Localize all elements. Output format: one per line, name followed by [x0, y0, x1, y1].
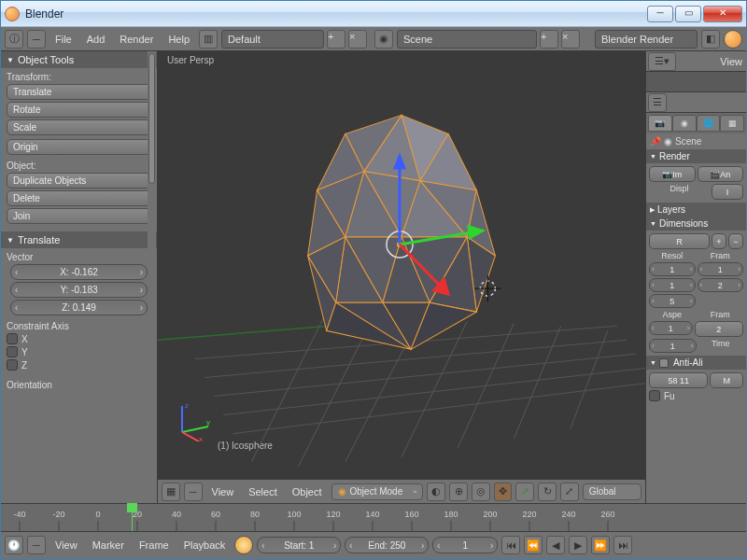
outliner-editor-icon[interactable]: ☰▾ [648, 52, 676, 71]
res-y-field[interactable]: 1 [649, 278, 696, 292]
svg-text:z: z [185, 401, 189, 410]
outliner-view[interactable]: View [718, 56, 744, 67]
fps-field[interactable]: 2 [695, 321, 744, 337]
manip-translate-icon[interactable]: ↗ [515, 483, 534, 501]
aspect-x-field[interactable]: 1 [649, 321, 693, 335]
tl-menu-playback[interactable]: Playback [178, 539, 232, 551]
dimensions-panel-header[interactable]: Dimensions [646, 217, 746, 231]
menu-render[interactable]: Render [114, 34, 159, 45]
vector-z-field[interactable]: Z: 0.149 [10, 300, 148, 315]
vector-y-field[interactable]: Y: -0.183 [10, 282, 148, 298]
render-engine-field[interactable]: Blender Render [595, 30, 698, 49]
layout-add-button[interactable]: + [327, 30, 345, 49]
shading-icon[interactable]: ◐ [427, 483, 445, 501]
screen-browse-icon[interactable]: ▥ [199, 30, 218, 49]
manip-scale-icon[interactable]: ⤢ [560, 483, 579, 501]
end-frame-field[interactable]: End: 250 [345, 537, 429, 553]
translate-button[interactable]: Translate [7, 84, 151, 100]
tab-render-icon[interactable]: 📷 [648, 115, 672, 132]
res-x-field[interactable]: 1 [649, 262, 696, 276]
preset-add-button[interactable]: + [712, 233, 726, 249]
vector-x-field[interactable]: X: -0.162 [10, 264, 148, 280]
current-frame-field[interactable]: 1 [432, 537, 498, 553]
manip-rotate-icon[interactable]: ↻ [538, 483, 557, 501]
duplicate-button[interactable]: Duplicate Objects [7, 173, 151, 189]
pivot2-icon[interactable]: ◎ [472, 483, 490, 501]
antialias-panel-header[interactable]: Anti-Ali [646, 356, 746, 370]
layout-field[interactable]: Default [221, 30, 324, 49]
frame-end-field[interactable]: 2 [698, 278, 744, 292]
scene-field[interactable]: Scene [397, 30, 537, 49]
scene-del-button[interactable]: × [561, 30, 580, 49]
aa-samples-field[interactable]: 58 11 [649, 372, 708, 388]
layers-panel-header[interactable]: Layers [646, 203, 746, 217]
timeline-track[interactable]: -40-200204060801001201401601802002202402… [1, 504, 746, 532]
viewport-collapse-icon[interactable]: ─ [184, 483, 203, 501]
preset-selector[interactable]: R [649, 233, 710, 249]
svg-line-3 [233, 382, 645, 433]
minimize-button[interactable]: ─ [647, 6, 673, 22]
tab-world-icon[interactable]: 🌐 [697, 115, 721, 132]
scene-browse-icon[interactable]: ◉ [374, 30, 393, 49]
scene-add-button[interactable]: + [540, 30, 558, 49]
join-button[interactable]: Join [7, 208, 151, 224]
start-frame-field[interactable]: Start: 1 [257, 537, 341, 553]
timeline-collapse-icon[interactable]: ─ [27, 536, 46, 554]
render-anim-button[interactable]: 🎬An [698, 166, 744, 182]
pivot-icon[interactable]: ⊕ [449, 483, 468, 501]
playhead[interactable] [132, 504, 133, 531]
constraint-x-check[interactable]: X [7, 333, 151, 344]
full-sample-check[interactable]: Fu [649, 390, 675, 401]
tab-scene-icon[interactable]: ◉ [672, 115, 697, 132]
constraint-z-check[interactable]: Z [7, 359, 151, 371]
translate-panel-header[interactable]: Translate [1, 231, 157, 248]
properties-editor-icon[interactable]: ☰ [648, 93, 667, 112]
render-image-button[interactable]: 📷Im [649, 166, 696, 182]
pin-icon[interactable]: 📌 [650, 136, 661, 147]
vp-menu-view[interactable]: View [206, 486, 240, 497]
collapse-icon[interactable]: ─ [27, 30, 46, 49]
menu-help[interactable]: Help [162, 34, 195, 45]
record-icon[interactable] [234, 536, 253, 554]
vp-menu-object[interactable]: Object [287, 486, 328, 497]
mode-selector[interactable]: ◉Object Mode◦ [331, 483, 424, 500]
orientation-selector[interactable]: Global [583, 483, 641, 500]
editor-type-icon[interactable]: ⓘ [5, 30, 23, 49]
viewport-editor-icon[interactable]: ▦ [162, 483, 180, 501]
tab-object-icon[interactable]: ▦ [720, 115, 744, 132]
manipulator-icon[interactable]: ✥ [494, 483, 513, 501]
close-button[interactable]: ✕ [703, 6, 742, 22]
tl-menu-view[interactable]: View [49, 539, 83, 551]
jump-start-icon[interactable]: ⏮ [501, 536, 520, 554]
display-selector[interactable]: I [712, 184, 743, 200]
preset-del-button[interactable]: − [728, 233, 743, 249]
layout-del-button[interactable]: × [348, 30, 367, 49]
frame-start-field[interactable]: 1 [698, 262, 744, 276]
rotate-button[interactable]: Rotate [7, 102, 151, 118]
aa-filter-field[interactable]: M [710, 372, 743, 388]
jump-end-icon[interactable]: ⏭ [613, 536, 632, 554]
tl-menu-marker[interactable]: Marker [87, 539, 130, 551]
constraint-y-check[interactable]: Y [7, 346, 151, 357]
menu-file[interactable]: File [49, 34, 78, 45]
maximize-button[interactable]: ▭ [675, 6, 701, 22]
play-reverse-icon[interactable]: ◀ [546, 536, 565, 554]
aspect-y-field[interactable]: 1 [649, 339, 697, 353]
left-scrollbar[interactable] [148, 51, 156, 503]
play-icon[interactable]: ▶ [569, 536, 587, 554]
tl-menu-frame[interactable]: Frame [134, 539, 175, 551]
engine-dropdown-icon[interactable]: ◧ [701, 30, 720, 49]
vp-menu-select[interactable]: Select [243, 486, 283, 497]
scale-button[interactable]: Scale [7, 119, 151, 135]
3d-viewport[interactable]: User Persp (1) Icosphere [158, 51, 645, 479]
menu-add[interactable]: Add [81, 34, 111, 45]
keyframe-prev-icon[interactable]: ⏪ [524, 536, 543, 554]
origin-button[interactable]: Origin [7, 139, 151, 155]
scene-datablock-icon[interactable]: ◉ [664, 136, 672, 147]
keyframe-next-icon[interactable]: ⏩ [591, 536, 610, 554]
delete-button[interactable]: Delete [7, 190, 151, 206]
object-tools-header[interactable]: Object Tools [1, 51, 157, 68]
timeline-editor-icon[interactable]: 🕐 [5, 536, 23, 554]
render-panel-header[interactable]: Render [646, 149, 746, 163]
res-pct-field[interactable]: 5 [649, 294, 696, 308]
